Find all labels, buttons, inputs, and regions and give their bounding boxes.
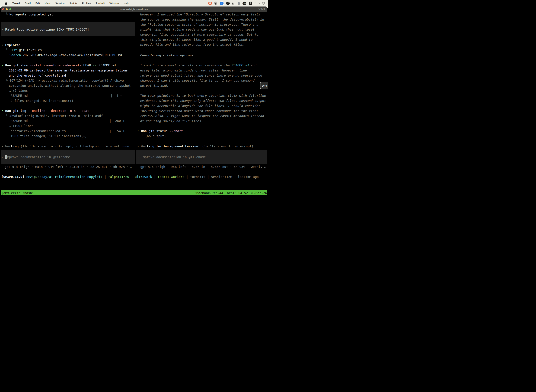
pane-divider-horizontal (1, 172, 267, 172)
right-input-box[interactable] (136, 150, 267, 164)
shield-app-icon[interactable] (214, 2, 217, 5)
menu-item-window[interactable]: Window (110, 2, 119, 5)
tree-connector (6, 67, 6, 80)
battery-icon[interactable] (255, 2, 259, 5)
menu-item-edit[interactable]: Edit (35, 2, 40, 5)
menu-item-iterm2[interactable]: iTerm2 (12, 2, 20, 5)
menu-bar: iTerm2ShellEditViewSessionScriptsProfile… (0, 0, 268, 6)
dots-grid-icon[interactable] (232, 2, 235, 5)
menu-item-scripts[interactable]: Scripts (69, 2, 77, 5)
window-shortcut-badge: ⌥⌘1 (258, 6, 265, 12)
wifi-icon[interactable] (262, 2, 266, 5)
c-logo-icon[interactable] (226, 2, 230, 5)
pane-divider-vertical[interactable] (135, 12, 135, 172)
keyboard-layout-icon[interactable]: A (249, 2, 252, 5)
menu-item-profiles[interactable]: Profiles (82, 2, 91, 5)
menu-item-view[interactable]: View (45, 2, 50, 5)
title-bar: omx --xhigh --madmax ⌥⌘1 (1, 6, 267, 12)
menu-items: iTerm2ShellEditViewSessionScriptsProfile… (12, 2, 129, 5)
menu-status-icons: § ..61 A (208, 0, 266, 6)
tree-connector (6, 12, 6, 14)
hook-icon[interactable]: § (238, 2, 240, 5)
percent-badge-icon[interactable]: ..61 (243, 2, 246, 5)
menu-item-help[interactable]: Help (124, 2, 129, 5)
menu-item-toolbelt[interactable]: Toolbelt (96, 2, 105, 5)
window-title: omx --xhigh --madmax (1, 6, 267, 12)
left-input-box[interactable] (1, 150, 135, 164)
tmux-session-label[interactable]: [omx-cczip0:bash* (1, 191, 34, 195)
zap-app-icon[interactable] (220, 2, 224, 5)
tree-connector (6, 112, 6, 115)
apple-menu-icon[interactable] (5, 2, 7, 5)
chat-app-icon[interactable] (208, 2, 212, 5)
tmux-status-bar: [omx-cczip0:bash* "MacBook-Pro-44.local"… (1, 190, 267, 195)
tmux-host-clock: "MacBook-Pro-44.local" 04:52 31-Mar-26 (195, 191, 267, 195)
ralph-loop-box (1, 22, 135, 36)
menu-item-session[interactable]: Session (55, 2, 65, 5)
screenshot-tooltip[interactable]: Scre (260, 82, 268, 89)
screen: iTerm2ShellEditViewSessionScriptsProfile… (0, 0, 268, 196)
menu-item-shell[interactable]: Shell (25, 2, 31, 5)
